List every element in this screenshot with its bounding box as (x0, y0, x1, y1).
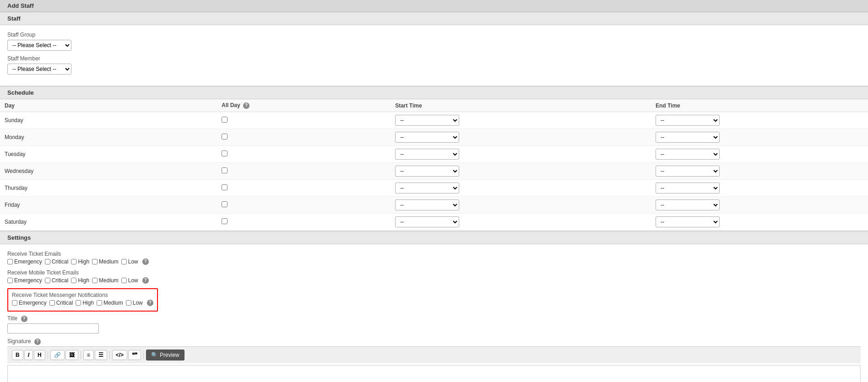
schedule-starttime-sunday: -- (391, 112, 651, 129)
allday-checkbox-friday[interactable] (222, 201, 228, 207)
staff-group-select[interactable]: -- Please Select -- (7, 40, 71, 51)
receive-ticket-emails-label: Receive Ticket Emails (7, 251, 861, 257)
schedule-endtime-saturday: -- (651, 214, 868, 231)
quote-button[interactable]: ❝❞ (128, 350, 141, 360)
schedule-starttime-thursday: -- (391, 180, 651, 197)
email-medium-item: Medium (92, 258, 119, 265)
email-medium-checkbox[interactable] (92, 259, 98, 264)
schedule-starttime-friday: -- (391, 197, 651, 214)
heading-button[interactable]: H (34, 350, 45, 360)
starttime-select-friday[interactable]: -- (395, 199, 459, 210)
messenger-emergency-checkbox[interactable] (12, 300, 17, 306)
ticket-emails-help-icon[interactable]: ? (142, 258, 149, 265)
schedule-section-body: Day All Day ? Start Time End Time Sunday… (0, 99, 868, 231)
title-input[interactable] (7, 323, 99, 334)
schedule-day-saturday: Saturday (0, 214, 217, 231)
signature-editor[interactable]: ⤡ (7, 365, 861, 382)
mobile-email-critical-checkbox[interactable] (45, 278, 50, 283)
endtime-select-monday[interactable]: -- (656, 132, 720, 143)
staff-section-header: Staff (0, 12, 868, 25)
email-critical-checkbox[interactable] (45, 259, 50, 264)
code-button[interactable]: </> (112, 350, 127, 360)
schedule-endtime-wednesday: -- (651, 163, 868, 180)
endtime-select-tuesday[interactable]: -- (656, 149, 720, 160)
starttime-select-thursday[interactable]: -- (395, 183, 459, 194)
settings-section-header: Settings (0, 231, 868, 244)
allday-checkbox-saturday[interactable] (222, 218, 228, 224)
mobile-email-low-item: Low (121, 277, 138, 284)
allday-checkbox-sunday[interactable] (222, 117, 228, 123)
allday-checkbox-wednesday[interactable] (222, 167, 228, 173)
allday-checkbox-thursday[interactable] (222, 184, 228, 190)
messenger-high-checkbox[interactable] (76, 300, 81, 306)
email-high-item: High (71, 258, 89, 265)
schedule-endtime-friday: -- (651, 197, 868, 214)
messenger-medium-checkbox[interactable] (97, 300, 102, 306)
schedule-day-monday: Monday (0, 129, 217, 146)
endtime-select-wednesday[interactable]: -- (656, 166, 720, 177)
mobile-ticket-emails-help-icon[interactable]: ? (142, 277, 149, 284)
messenger-help-icon[interactable]: ? (147, 300, 153, 306)
starttime-select-monday[interactable]: -- (395, 132, 459, 143)
starttime-select-saturday[interactable]: -- (395, 216, 459, 227)
receive-mobile-ticket-emails-checkboxes: Emergency Critical High Medium Low ? (7, 277, 861, 284)
mobile-email-emergency-checkbox[interactable] (7, 278, 13, 283)
preview-button[interactable]: 🔍 Preview (146, 350, 184, 360)
schedule-starttime-tuesday: -- (391, 146, 651, 163)
link-button[interactable]: 🔗 (50, 350, 65, 360)
endtime-select-thursday[interactable]: -- (656, 183, 720, 194)
endtime-select-saturday[interactable]: -- (656, 216, 720, 227)
editor-toolbar: B I H 🔗 🖼 ≡ ☰ </> ❝❞ 🔍 Preview (7, 346, 861, 363)
schedule-endtime-sunday: -- (651, 112, 868, 129)
messenger-low-item: Low (126, 300, 143, 306)
mobile-email-emergency-item: Emergency (7, 277, 42, 284)
staff-member-select[interactable]: -- Please Select -- (7, 64, 71, 75)
starttime-select-sunday[interactable]: -- (395, 115, 459, 126)
endtime-select-friday[interactable]: -- (656, 199, 720, 210)
messenger-critical-checkbox[interactable] (49, 300, 55, 306)
page-container: Add Staff Staff Staff Group -- Please Se… (0, 0, 868, 382)
allday-checkbox-monday[interactable] (222, 134, 228, 140)
unordered-list-button[interactable]: ≡ (83, 350, 94, 360)
allday-help-icon[interactable]: ? (243, 102, 250, 109)
bold-button[interactable]: B (12, 350, 23, 360)
settings-section: Settings Receive Ticket Emails Emergency… (0, 231, 868, 382)
schedule-day-friday: Friday (0, 197, 217, 214)
endtime-select-sunday[interactable]: -- (656, 115, 720, 126)
toolbar-sep-1 (48, 351, 48, 359)
schedule-allday-friday (217, 197, 391, 214)
schedule-row: Sunday---- (0, 112, 868, 129)
mobile-email-low-checkbox[interactable] (121, 278, 127, 283)
staff-member-label: Staff Member (7, 55, 861, 62)
messenger-emergency-item: Emergency (12, 300, 47, 306)
schedule-day-tuesday: Tuesday (0, 146, 217, 163)
email-low-checkbox[interactable] (121, 259, 127, 264)
signature-row: Signature ? B I H 🔗 🖼 ≡ ☰ </> ❝❞ (7, 338, 861, 382)
email-high-checkbox[interactable] (71, 259, 76, 264)
italic-button[interactable]: I (24, 350, 33, 360)
allday-checkbox-tuesday[interactable] (222, 151, 228, 156)
messenger-medium-item: Medium (97, 300, 123, 306)
ordered-list-button[interactable]: ☰ (95, 350, 107, 360)
starttime-select-tuesday[interactable]: -- (395, 149, 459, 160)
schedule-row: Thursday---- (0, 180, 868, 197)
schedule-endtime-tuesday: -- (651, 146, 868, 163)
col-allday: All Day ? (217, 99, 391, 112)
messenger-low-checkbox[interactable] (126, 300, 131, 306)
email-emergency-checkbox[interactable] (7, 259, 13, 264)
schedule-allday-monday (217, 129, 391, 146)
schedule-allday-saturday (217, 214, 391, 231)
schedule-allday-thursday (217, 180, 391, 197)
signature-help-icon[interactable]: ? (34, 339, 41, 345)
toolbar-sep-3 (109, 351, 110, 359)
starttime-select-wednesday[interactable]: -- (395, 166, 459, 177)
staff-section-body: Staff Group -- Please Select -- Staff Me… (0, 25, 868, 86)
schedule-starttime-monday: -- (391, 129, 651, 146)
schedule-section: Schedule Day All Day ? Start Time End Ti… (0, 86, 868, 231)
receive-ticket-messenger-label: Receive Ticket Messenger Notifications (12, 292, 153, 298)
image-button[interactable]: 🖼 (65, 350, 78, 360)
mobile-email-medium-checkbox[interactable] (92, 278, 98, 283)
messenger-critical-item: Critical (49, 300, 73, 306)
title-help-icon[interactable]: ? (21, 316, 27, 322)
mobile-email-high-checkbox[interactable] (71, 278, 76, 283)
